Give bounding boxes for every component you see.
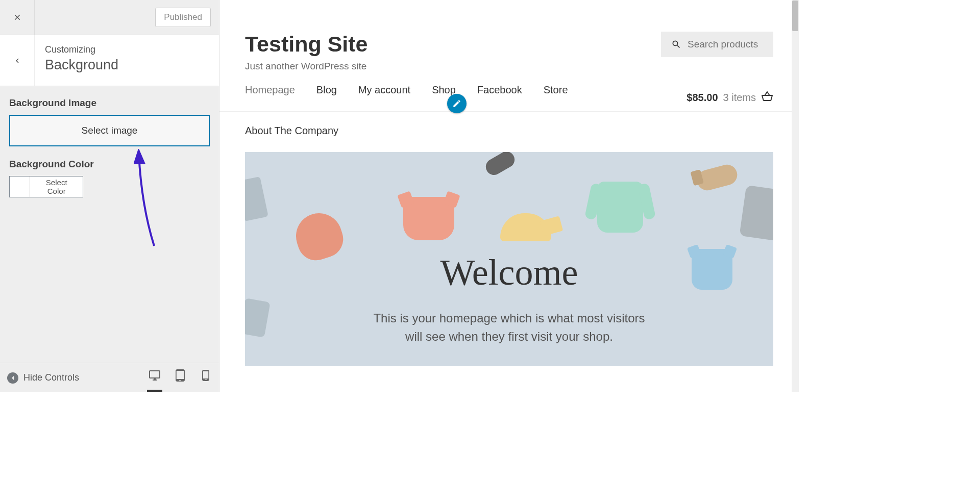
hide-controls-button[interactable]: Hide Controls xyxy=(7,372,79,384)
device-desktop-button[interactable] xyxy=(149,369,161,387)
nav-item-facebook[interactable]: Facebook xyxy=(477,84,522,111)
bg-image-label: Background Image xyxy=(9,97,210,109)
hero-text: This is your homepage which is what most… xyxy=(245,309,773,346)
mobile-icon xyxy=(200,369,212,382)
nav-item-my-account[interactable]: My account xyxy=(358,84,410,111)
collapse-icon xyxy=(7,372,18,384)
primary-nav: Homepage Blog My account Shop Facebook S… xyxy=(219,72,799,112)
select-color-button[interactable]: Select Color xyxy=(30,176,83,197)
product-doodle xyxy=(500,213,551,241)
search-box[interactable] xyxy=(661,32,773,57)
device-tablet-button[interactable] xyxy=(174,369,186,387)
product-doodle xyxy=(739,185,773,241)
product-doodle xyxy=(695,162,740,192)
section-title: Background xyxy=(45,57,118,73)
sidebar-top-bar: Published xyxy=(0,0,219,35)
site-tagline: Just another WordPress site xyxy=(245,61,368,72)
close-icon xyxy=(13,13,22,22)
back-button[interactable] xyxy=(0,35,35,86)
nav-item-about[interactable]: About The Company xyxy=(219,112,799,152)
tablet-icon xyxy=(174,369,186,382)
edit-shortcut-button[interactable] xyxy=(447,94,467,113)
publish-status-button[interactable]: Published xyxy=(155,8,211,27)
cart-count: 3 items xyxy=(723,92,756,104)
search-icon xyxy=(671,39,681,49)
cart-link[interactable]: $85.00 3 items xyxy=(687,90,773,105)
hide-controls-label: Hide Controls xyxy=(23,372,79,383)
scrollbar-track[interactable] xyxy=(792,0,799,392)
product-doodle xyxy=(483,152,518,178)
customizer-sidebar: Published Customizing Background Backgro… xyxy=(0,0,219,392)
hero-banner: Welcome This is your homepage which is w… xyxy=(245,152,773,366)
chevron-left-icon xyxy=(13,55,22,67)
product-doodle xyxy=(597,182,643,233)
search-input[interactable] xyxy=(688,39,763,50)
close-customizer-button[interactable] xyxy=(0,0,35,35)
color-swatch[interactable] xyxy=(10,176,30,197)
cart-price: $85.00 xyxy=(687,92,718,104)
color-picker[interactable]: Select Color xyxy=(9,176,83,197)
desktop-icon xyxy=(149,369,161,382)
product-doodle xyxy=(245,176,268,221)
pencil-icon xyxy=(452,99,461,108)
section-header: Customizing Background xyxy=(0,35,219,86)
nav-item-blog[interactable]: Blog xyxy=(316,84,337,111)
basket-icon xyxy=(761,90,773,105)
controls-area: Background Image Select image Background… xyxy=(0,86,219,209)
product-doodle xyxy=(692,249,732,290)
nav-item-store[interactable]: Store xyxy=(544,84,568,111)
customizing-label: Customizing xyxy=(45,44,118,55)
site-title[interactable]: Testing Site xyxy=(245,32,368,57)
device-mobile-button[interactable] xyxy=(200,369,212,387)
bg-color-label: Background Color xyxy=(9,159,210,170)
nav-item-homepage[interactable]: Homepage xyxy=(245,84,295,111)
sidebar-footer: Hide Controls xyxy=(0,363,219,392)
site-preview: Testing Site Just another WordPress site… xyxy=(219,0,799,392)
product-doodle xyxy=(403,197,454,240)
select-image-button[interactable]: Select image xyxy=(9,115,210,146)
site-header: Testing Site Just another WordPress site xyxy=(219,0,799,72)
scrollbar-thumb[interactable] xyxy=(792,1,798,31)
